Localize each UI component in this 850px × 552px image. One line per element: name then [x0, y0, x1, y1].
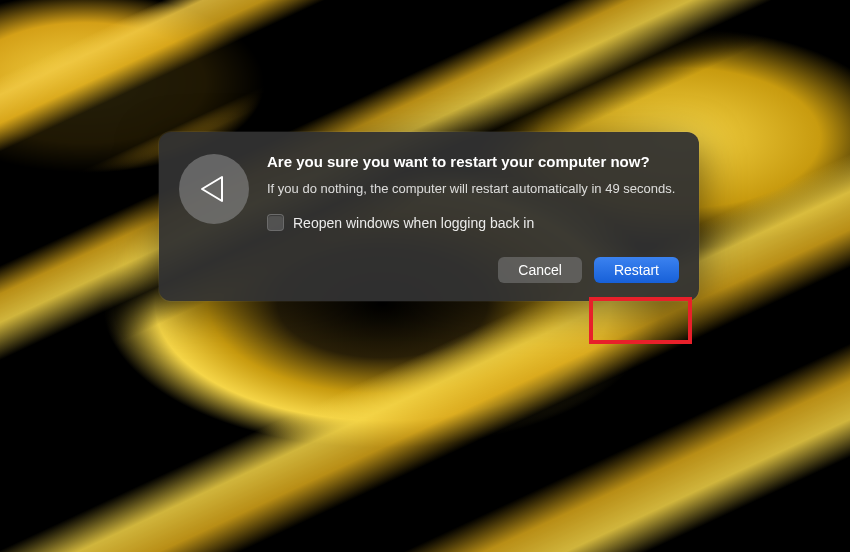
restart-triangle-icon [179, 154, 249, 224]
dialog-content: Are you sure you want to restart your co… [267, 152, 679, 283]
dialog-title: Are you sure you want to restart your co… [267, 152, 679, 172]
dialog-button-row: Cancel Restart [267, 257, 679, 283]
restart-button[interactable]: Restart [594, 257, 679, 283]
triangle-left-icon [198, 173, 230, 205]
dialog-message: If you do nothing, the computer will res… [267, 180, 679, 198]
restart-confirmation-dialog: Are you sure you want to restart your co… [159, 132, 699, 301]
reopen-windows-checkbox[interactable] [267, 214, 284, 231]
reopen-windows-label: Reopen windows when logging back in [293, 215, 534, 231]
cancel-button[interactable]: Cancel [498, 257, 582, 283]
reopen-windows-checkbox-row[interactable]: Reopen windows when logging back in [267, 214, 679, 231]
